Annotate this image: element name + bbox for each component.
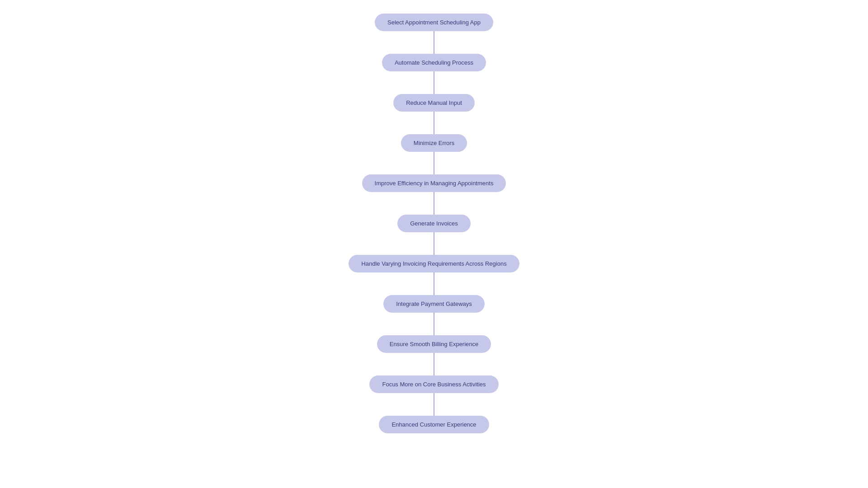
node-2: Automate Scheduling Process	[382, 54, 486, 71]
node-9: Ensure Smooth Billing Experience	[377, 335, 491, 353]
connector-4	[434, 152, 434, 174]
connector-7	[434, 272, 434, 295]
flowchart-wrapper: Select Appointment Scheduling AppAutomat…	[349, 14, 519, 433]
connector-6	[434, 232, 434, 255]
connector-5	[434, 192, 434, 215]
connector-8	[434, 313, 434, 335]
node-11: Enhanced Customer Experience	[379, 416, 489, 433]
flowchart-container: Select Appointment Scheduling AppAutomat…	[349, 0, 519, 442]
connector-9	[434, 353, 434, 375]
node-8: Integrate Payment Gateways	[383, 295, 485, 313]
node-4: Minimize Errors	[401, 134, 467, 152]
node-3: Reduce Manual Input	[393, 94, 475, 112]
connector-3	[434, 112, 434, 134]
node-6: Generate Invoices	[397, 215, 471, 232]
node-7: Handle Varying Invoicing Requirements Ac…	[349, 255, 519, 272]
connector-2	[434, 71, 434, 94]
connector-1	[434, 31, 434, 54]
connector-10	[434, 393, 434, 416]
node-10: Focus More on Core Business Activities	[369, 375, 498, 393]
node-1: Select Appointment Scheduling App	[375, 14, 493, 31]
node-5: Improve Efficiency in Managing Appointme…	[362, 174, 506, 192]
